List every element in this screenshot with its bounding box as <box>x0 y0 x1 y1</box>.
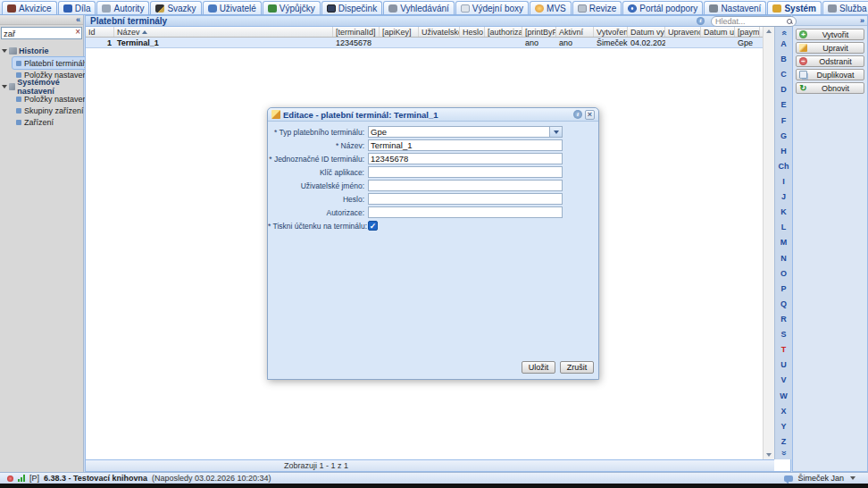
delete-button[interactable]: Odstranit <box>796 55 864 67</box>
sidebar-filter-input[interactable] <box>1 27 82 39</box>
status-dot-icon <box>7 475 13 482</box>
field-label: Heslo: <box>268 195 368 204</box>
message-bubble-icon[interactable] <box>784 475 793 482</box>
letter-p[interactable]: P <box>780 285 786 293</box>
dropdown-arrow-icon[interactable] <box>549 127 562 137</box>
tab-vydejni-boxy[interactable]: Výdejní boxy <box>455 1 529 14</box>
letter-r[interactable]: R <box>780 316 787 324</box>
field-checkbox-tiskni-uctenku-na-terminalu[interactable] <box>368 221 378 231</box>
letter-l[interactable]: L <box>781 223 787 231</box>
jump-top-icon[interactable] <box>779 30 789 36</box>
field-input-uzivatelske-jmeno[interactable] <box>368 180 563 191</box>
letter-k[interactable]: K <box>780 208 787 216</box>
tree-group-historie[interactable]: Historie <box>2 45 83 57</box>
expander-icon[interactable] <box>2 85 7 88</box>
letter-e[interactable]: E <box>780 101 786 109</box>
info-icon[interactable] <box>697 17 705 25</box>
column-header-upraveno-u[interactable]: Upraveno u... <box>665 27 701 37</box>
tab-nastaveni[interactable]: Nastavení <box>704 1 766 14</box>
field-input-autorizace[interactable] <box>368 206 563 218</box>
tab-svazky[interactable]: Svazky <box>150 1 201 14</box>
search-icon[interactable] <box>787 19 792 24</box>
clear-filter-icon[interactable] <box>75 27 80 37</box>
tab-autority[interactable]: Autority <box>96 1 149 14</box>
letter-c[interactable]: C <box>780 71 787 79</box>
letter-a[interactable]: A <box>780 40 787 48</box>
letter-n[interactable]: N <box>780 255 787 263</box>
column-header-nazev[interactable]: Název <box>114 27 333 37</box>
scroll-up-icon[interactable] <box>766 29 772 33</box>
dialog-close-icon[interactable] <box>585 110 595 120</box>
scroll-down-icon[interactable] <box>766 453 772 457</box>
letter-z[interactable]: Z <box>781 438 787 446</box>
column-header-aktivni[interactable]: Aktivní <box>556 27 594 37</box>
collapse-right-icon[interactable] <box>860 17 864 25</box>
expander-icon[interactable] <box>2 49 7 53</box>
column-header-vytvoreno-u[interactable]: Vytvořeno u... <box>594 27 628 37</box>
letter-h[interactable]: H <box>780 147 787 156</box>
tab-revize[interactable]: Revize <box>572 1 622 14</box>
jump-bottom-icon[interactable] <box>779 450 789 456</box>
chevron-down-icon[interactable] <box>850 476 855 480</box>
tab-uzivatele[interactable]: Uživatelé <box>203 1 262 14</box>
tab-system[interactable]: Systém <box>767 1 822 14</box>
letter-i[interactable]: I <box>782 178 785 186</box>
user-menu[interactable]: Šimeček Jan <box>797 474 844 483</box>
field-input-klic-aplikace[interactable] <box>368 166 563 178</box>
tree-item-label: Zařízení <box>24 118 54 127</box>
column-header-paymentte[interactable]: [paymentTe... <box>735 27 760 37</box>
tab-vypujcky[interactable]: Výpůjčky <box>263 1 321 14</box>
refresh-button[interactable]: Obnovit <box>796 82 864 94</box>
letter-b[interactable]: B <box>780 55 787 63</box>
column-header-uzivatelske[interactable]: Uživatelské... <box>419 27 460 37</box>
column-header-authorization[interactable]: [authorization] <box>485 27 522 37</box>
tab-mvs[interactable]: MVS <box>530 1 572 14</box>
tab-akvizice[interactable]: Akvizice <box>2 1 57 14</box>
column-header-datum-upra[interactable]: Datum upra... <box>701 27 735 37</box>
letter-y[interactable]: Y <box>780 423 786 431</box>
dialog-info-icon[interactable] <box>573 110 582 119</box>
column-header-datum-vytv[interactable]: Datum vytv... <box>628 27 665 37</box>
letter-ch[interactable]: Ch <box>779 163 789 171</box>
field-input-jednoznacne-id-terminalu[interactable] <box>368 153 563 164</box>
letter-o[interactable]: O <box>780 270 787 278</box>
letter-d[interactable]: D <box>780 86 787 94</box>
save-button[interactable]: Uložit <box>522 361 555 374</box>
letter-f[interactable]: F <box>781 117 787 125</box>
column-header-heslo[interactable]: Heslo <box>460 27 485 37</box>
field-input-heslo[interactable] <box>368 193 563 205</box>
duplicate-button[interactable]: Duplikovat <box>796 69 864 80</box>
field-input-nazev[interactable] <box>368 139 563 151</box>
create-button[interactable]: Vytvořit <box>796 29 864 40</box>
column-header-apikey[interactable]: [apiKey] <box>380 27 419 37</box>
tree-item-platebni-terminaly[interactable]: Platební terminály <box>13 57 92 69</box>
tab-dila[interactable]: Díla <box>58 1 96 14</box>
tree-item-zarizeni[interactable]: Zařízení <box>13 116 57 128</box>
letter-t[interactable]: T <box>781 346 787 354</box>
cancel-button[interactable]: Zrušit <box>560 361 594 374</box>
search-input[interactable] <box>715 17 784 26</box>
field-select-typ-platebniho-terminalu[interactable]: Gpe <box>368 126 563 138</box>
letter-m[interactable]: M <box>780 239 788 247</box>
edit-button[interactable]: Upravit <box>796 42 864 54</box>
table-row[interactable]: 1Terminal_112345678anoanoŠimeček Jan04.0… <box>86 38 763 48</box>
tab-portal-podpory[interactable]: Portál podpory <box>622 1 703 14</box>
tab-sluzba[interactable]: Služba <box>822 1 868 14</box>
vertical-scrollbar[interactable] <box>763 27 774 459</box>
collapse-left-icon[interactable] <box>76 16 80 24</box>
tree-item-skupiny-zarizeni[interactable]: Skupiny zařízení <box>13 105 88 116</box>
letter-j[interactable]: J <box>781 193 786 201</box>
tab-vyhledavani[interactable]: Vyhledávání <box>383 1 455 14</box>
tree-group-systemove-nastaveni[interactable]: Systémové nastavení <box>2 80 83 93</box>
letter-w[interactable]: W <box>780 392 788 400</box>
column-header-terminalid[interactable]: [terminalId] <box>333 27 380 37</box>
column-header-printbypay[interactable]: [printByPay... <box>522 27 556 37</box>
letter-u[interactable]: U <box>780 361 787 369</box>
column-header-id[interactable]: Id <box>86 27 114 37</box>
letter-v[interactable]: V <box>780 376 786 384</box>
letter-x[interactable]: X <box>780 408 786 416</box>
letter-q[interactable]: Q <box>780 300 787 308</box>
letter-s[interactable]: S <box>780 331 786 339</box>
letter-g[interactable]: G <box>780 132 787 140</box>
tab-dispecink[interactable]: Dispečink <box>321 1 382 14</box>
